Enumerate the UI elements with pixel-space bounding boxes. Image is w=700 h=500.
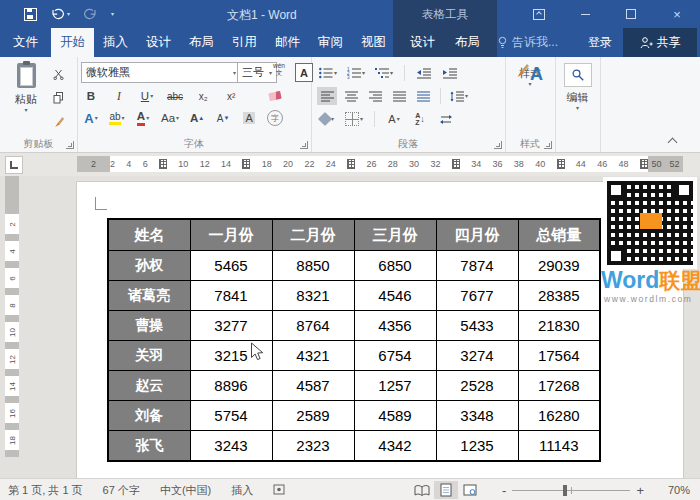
styles-button[interactable]: A 样式 ▾ bbox=[505, 63, 555, 87]
table-data-cell[interactable]: 29039 bbox=[518, 251, 600, 281]
table-name-cell[interactable]: 赵云 bbox=[108, 371, 190, 401]
vertical-ruler[interactable]: 24681012141618 bbox=[5, 176, 19, 457]
table-data-cell[interactable]: 1257 bbox=[354, 371, 436, 401]
status-language[interactable]: 中文(中国) bbox=[160, 483, 211, 498]
web-layout-button[interactable] bbox=[458, 481, 482, 499]
bold-button[interactable]: B bbox=[81, 87, 101, 105]
font-name-select[interactable]: 微软雅黑 ▾ bbox=[81, 62, 241, 83]
table-name-cell[interactable]: 关羽 bbox=[108, 341, 190, 371]
maximize-button[interactable] bbox=[608, 0, 654, 28]
paragraph-dialog-launcher[interactable] bbox=[494, 141, 502, 149]
table-name-cell[interactable]: 曹操 bbox=[108, 311, 190, 341]
table-data-cell[interactable]: 4589 bbox=[354, 401, 436, 431]
table-header-cell[interactable]: 四月份 bbox=[436, 219, 518, 251]
text-effects-button[interactable]: A▾ bbox=[81, 109, 101, 127]
customize-quick-access-button[interactable]: ▾ bbox=[111, 11, 114, 17]
tab-file[interactable]: 文件 bbox=[0, 28, 51, 57]
table-header-cell[interactable]: 总销量 bbox=[518, 219, 600, 251]
styles-dialog-launcher[interactable] bbox=[544, 141, 552, 149]
save-button[interactable] bbox=[24, 8, 37, 21]
minimize-button[interactable] bbox=[562, 0, 608, 28]
table-data-cell[interactable]: 6850 bbox=[354, 251, 436, 281]
table-data-cell[interactable]: 11143 bbox=[518, 431, 600, 462]
share-button[interactable]: 共享 bbox=[623, 28, 697, 57]
table-data-cell[interactable]: 4356 bbox=[354, 311, 436, 341]
undo-button[interactable]: ▾ bbox=[50, 8, 70, 20]
ribbon-display-options-button[interactable] bbox=[516, 0, 562, 28]
tab-引用[interactable]: 引用 bbox=[223, 28, 266, 57]
sort-button[interactable]: AZ↓ bbox=[410, 110, 430, 128]
enclose-characters-button[interactable]: 字 bbox=[265, 109, 285, 127]
table-name-cell[interactable]: 孙权 bbox=[108, 251, 190, 281]
increase-indent-button[interactable] bbox=[440, 64, 460, 82]
grow-font-button[interactable]: A▲ bbox=[187, 109, 207, 127]
table-header-cell[interactable]: 三月份 bbox=[354, 219, 436, 251]
font-color-button[interactable]: A▾ bbox=[133, 109, 153, 127]
phonetic-guide-button[interactable]: wén 文 bbox=[273, 62, 285, 76]
table-data-cell[interactable]: 4587 bbox=[272, 371, 354, 401]
strikethrough-button[interactable]: abc bbox=[165, 87, 185, 105]
bullets-button[interactable]: ▾ bbox=[317, 64, 339, 82]
align-center-button[interactable] bbox=[341, 87, 361, 105]
tab-布局[interactable]: 布局 bbox=[180, 28, 223, 57]
clear-formatting-button[interactable] bbox=[265, 87, 285, 105]
shrink-font-button[interactable]: A▼ bbox=[213, 109, 233, 127]
align-right-button[interactable] bbox=[365, 87, 385, 105]
table-data-cell[interactable]: 2323 bbox=[272, 431, 354, 462]
format-painter-button[interactable] bbox=[48, 113, 68, 131]
highlight-button[interactable]: ab▾ bbox=[107, 109, 127, 127]
macro-record-button[interactable] bbox=[273, 484, 285, 497]
table-data-cell[interactable]: 6754 bbox=[354, 341, 436, 371]
table-name-cell[interactable]: 诸葛亮 bbox=[108, 281, 190, 311]
clipboard-dialog-launcher[interactable] bbox=[66, 141, 74, 149]
multilevel-list-button[interactable]: ▾ bbox=[373, 64, 395, 82]
print-layout-button[interactable] bbox=[434, 481, 458, 499]
subscript-button[interactable]: x₂ bbox=[193, 87, 213, 105]
redo-button[interactable] bbox=[83, 8, 98, 20]
table-data-cell[interactable]: 4342 bbox=[354, 431, 436, 462]
zoom-slider-thumb[interactable] bbox=[563, 485, 567, 496]
table-data-cell[interactable]: 3274 bbox=[436, 341, 518, 371]
collapse-ribbon-button[interactable] bbox=[668, 138, 678, 148]
tab-视图[interactable]: 视图 bbox=[352, 28, 395, 57]
zoom-slider[interactable] bbox=[512, 484, 630, 496]
tab-开始[interactable]: 开始 bbox=[51, 28, 94, 57]
decrease-indent-button[interactable] bbox=[414, 64, 434, 82]
table-data-cell[interactable]: 4321 bbox=[272, 341, 354, 371]
table-header-cell[interactable]: 姓名 bbox=[108, 219, 190, 251]
table-data-cell[interactable]: 4546 bbox=[354, 281, 436, 311]
zoom-in-button[interactable]: + bbox=[630, 483, 650, 498]
distribute-button[interactable] bbox=[413, 87, 433, 105]
table-data-cell[interactable]: 2589 bbox=[272, 401, 354, 431]
table-data-cell[interactable]: 2528 bbox=[436, 371, 518, 401]
change-case-button[interactable]: Aa▾ bbox=[159, 109, 181, 127]
table-header-cell[interactable]: 一月份 bbox=[190, 219, 272, 251]
table-data-cell[interactable]: 3277 bbox=[190, 311, 272, 341]
tab-stop-selector[interactable] bbox=[5, 156, 23, 174]
table-data-cell[interactable]: 5433 bbox=[436, 311, 518, 341]
shading-button[interactable]: ▾ bbox=[317, 110, 337, 128]
close-button[interactable]: × bbox=[654, 0, 700, 28]
table-data-cell[interactable]: 7841 bbox=[190, 281, 272, 311]
table-data-cell[interactable]: 3243 bbox=[190, 431, 272, 462]
font-dialog-launcher[interactable] bbox=[300, 141, 308, 149]
align-left-button[interactable] bbox=[317, 87, 337, 105]
table-data-cell[interactable]: 16280 bbox=[518, 401, 600, 431]
tab-审阅[interactable]: 审阅 bbox=[309, 28, 352, 57]
table-data-cell[interactable]: 21830 bbox=[518, 311, 600, 341]
status-page-info[interactable]: 第 1 页, 共 1 页 bbox=[8, 483, 83, 498]
table-data-cell[interactable]: 17564 bbox=[518, 341, 600, 371]
numbering-button[interactable]: 123 ▾ bbox=[345, 64, 367, 82]
contextual-tab-设计[interactable]: 设计 bbox=[410, 34, 435, 51]
font-size-select[interactable]: 三号 ▾ bbox=[237, 62, 277, 83]
table-data-cell[interactable]: 8764 bbox=[272, 311, 354, 341]
tab-邮件[interactable]: 邮件 bbox=[266, 28, 309, 57]
show-marks-button[interactable] bbox=[436, 110, 456, 128]
asian-layout-button[interactable]: A▾ bbox=[384, 110, 404, 128]
table-data-cell[interactable]: 28385 bbox=[518, 281, 600, 311]
zoom-out-button[interactable]: - bbox=[496, 483, 512, 498]
table-name-cell[interactable]: 张飞 bbox=[108, 431, 190, 462]
table-data-cell[interactable]: 3348 bbox=[436, 401, 518, 431]
borders-button[interactable]: ▾ bbox=[343, 110, 365, 128]
character-shading-button[interactable]: A bbox=[239, 109, 259, 127]
